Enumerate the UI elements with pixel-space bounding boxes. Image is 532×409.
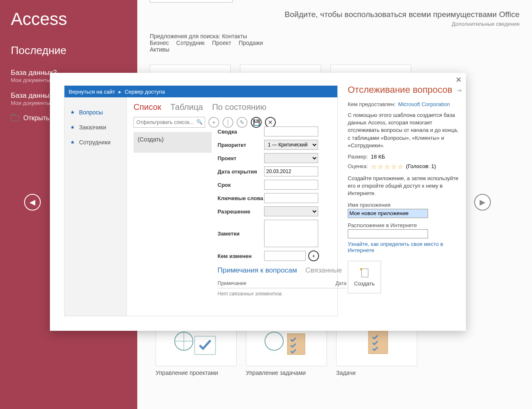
create-button[interactable]: Создать (348, 261, 381, 293)
close-icon[interactable]: ✕ (455, 75, 462, 84)
folder-icon (11, 115, 19, 121)
template-search-input[interactable] (150, 0, 233, 2)
field-label: Разрешение (218, 208, 264, 215)
subtab-notes[interactable]: Примечания к вопросам (218, 266, 297, 275)
field-label: Приоритет (218, 142, 264, 148)
preview-sidebar: ★Вопросы ★Заказчики ★Сотрудники (64, 97, 127, 316)
resolution-select[interactable] (264, 206, 318, 216)
app-name-label: Имя приложения (348, 202, 459, 208)
suggest-link[interactable]: Активы (150, 46, 169, 53)
template-description: С помощью этого шаблона создается база д… (348, 112, 459, 149)
project-select[interactable] (264, 153, 318, 163)
list-item-new[interactable]: (Создать) (134, 132, 212, 153)
template-title: Отслеживание вопросов (348, 84, 459, 95)
web-location-label: Расположение в Интернете (348, 222, 459, 228)
signin-prompt[interactable]: Войдите, чтобы воспользоваться всеми пре… (150, 10, 520, 19)
rating-label: Оценка: (348, 163, 368, 169)
learn-web-link[interactable]: Узнайте, как определить свое место в Инт… (348, 241, 459, 253)
star-icon: ☆ (378, 163, 383, 171)
size-label: Размер: (348, 154, 368, 160)
field-label: Заметки (218, 231, 264, 237)
tab-table[interactable]: Таблица (171, 102, 203, 112)
open-date-input[interactable] (264, 166, 318, 176)
suggest-link[interactable]: Бизнес (150, 40, 169, 46)
filter-input[interactable] (134, 117, 205, 128)
changed-by-input[interactable] (264, 251, 306, 261)
create-description: Создайте приложение, а затем используйте… (348, 175, 459, 198)
app-title: Access (11, 9, 126, 29)
summary-input[interactable] (264, 126, 318, 136)
size-value: 18 КБ (371, 154, 385, 160)
breadcrumb-current: Сервер доступа (125, 89, 165, 95)
chevron-right-icon: ▸ (119, 89, 121, 95)
col-header: Примечание (218, 280, 246, 286)
star-icon: ☆ (384, 163, 390, 171)
suggest-link[interactable]: Продажи (239, 40, 263, 46)
field-label: Дата открытия (218, 169, 264, 175)
prev-template-arrow[interactable]: ◀ (24, 194, 41, 211)
star-icon: ☆ (371, 163, 376, 171)
template-preview: Вернуться на сайт ▸ Сервер доступа ★Вопр… (64, 85, 338, 316)
star-icon: ★ (70, 124, 75, 130)
next-template-arrow[interactable]: ▶ (474, 194, 491, 211)
tab-by-status[interactable]: По состоянию (212, 102, 267, 112)
field-label: Кем изменен (218, 253, 264, 259)
search-icon[interactable]: 🔍 (196, 119, 203, 125)
template-details: Отслеживание вопросов Кем предоставлен:M… (348, 84, 459, 293)
preview-form: Сводка Приоритет1 — Критический Проект Д… (218, 126, 346, 297)
keywords-input[interactable] (264, 193, 318, 203)
sidebar-item-issues[interactable]: ★Вопросы (64, 105, 126, 120)
svg-point-4 (265, 332, 283, 350)
empty-message: Нет связанных элементов. (218, 291, 346, 297)
sidebar-item-employees[interactable]: ★Сотрудники (64, 135, 126, 150)
notes-input[interactable] (264, 220, 318, 247)
field-label: Ключевые слова (218, 195, 264, 201)
star-icon: ☆ (391, 163, 396, 171)
add-user-icon[interactable]: + (308, 250, 319, 261)
sidebar-item-customers[interactable]: ★Заказчики (64, 120, 126, 135)
star-icon: ★ (70, 139, 75, 145)
subtab-related[interactable]: Связанные (305, 266, 342, 275)
recent-header: Последние (11, 44, 126, 57)
template-caption: Управление проектами (156, 369, 237, 376)
due-input[interactable] (264, 180, 318, 190)
create-button-label: Создать (354, 280, 374, 287)
svg-rect-7 (361, 269, 368, 277)
suggest-link[interactable]: Сотрудник (176, 40, 205, 46)
web-location-input[interactable] (348, 229, 428, 238)
breadcrumb-link[interactable]: Вернуться на сайт (69, 89, 115, 95)
priority-select[interactable]: 1 — Критический (264, 140, 318, 150)
suggest-label: Предложения для поиска: (150, 33, 220, 40)
tab-list[interactable]: Список (134, 102, 161, 112)
provider-link[interactable]: Microsoft Corporation (398, 101, 450, 107)
svg-rect-6 (369, 330, 388, 354)
field-label: Проект (218, 155, 264, 161)
star-icon: ☆ (398, 163, 403, 171)
field-label: Сводка (218, 129, 264, 135)
field-label: Срок (218, 182, 264, 188)
star-icon: ★ (70, 109, 75, 115)
new-file-icon (359, 267, 370, 278)
preview-breadcrumb: Вернуться на сайт ▸ Сервер доступа (64, 86, 337, 97)
suggest-link[interactable]: Контакты (222, 33, 247, 40)
rating-stars[interactable]: ☆☆☆☆☆ (371, 163, 403, 171)
app-name-input[interactable] (348, 209, 428, 218)
template-caption: Управление задачами (246, 369, 327, 376)
search-icon[interactable]: 🔍 (221, 0, 230, 0)
template-caption: Задачи (336, 369, 417, 376)
template-detail-modal: ✕ ⇥ Вернуться на сайт ▸ Сервер доступа ★… (50, 73, 466, 331)
col-header: Дата (335, 280, 346, 286)
signin-more-link[interactable]: Дополнительные сведения (150, 21, 520, 27)
provided-by-label: Кем предоставлен: (348, 101, 396, 107)
votes-count: (Голосов: 1) (406, 163, 436, 169)
suggest-link[interactable]: Проект (212, 40, 231, 46)
